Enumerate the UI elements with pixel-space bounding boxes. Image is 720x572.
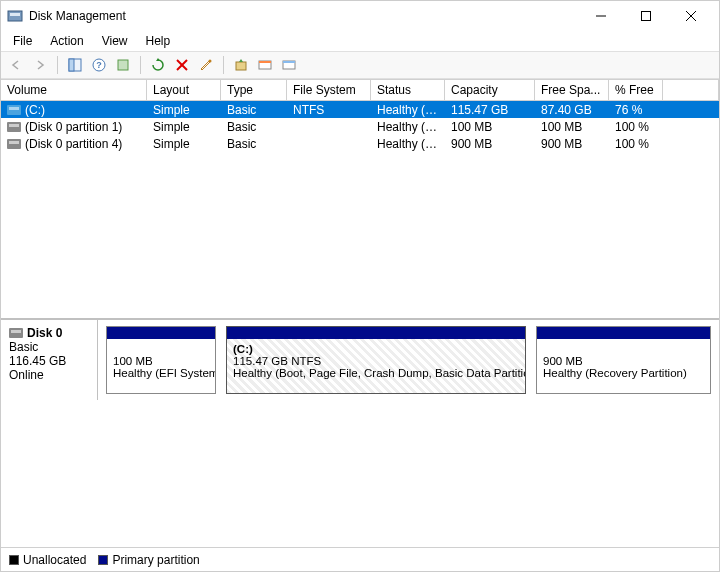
show-hide-console-tree-button[interactable]: [64, 54, 86, 76]
column-capacity[interactable]: Capacity: [445, 80, 535, 100]
disk-graphical-view: Disk 0 Basic 116.45 GB Online 100 MBHeal…: [1, 318, 719, 400]
window-controls: [578, 1, 713, 31]
volume-type: Basic: [221, 102, 287, 118]
disk-type: Basic: [9, 340, 89, 354]
disk-size: 116.45 GB: [9, 354, 89, 368]
table-row[interactable]: (C:)SimpleBasicNTFSHealthy (B...115.47 G…: [1, 101, 719, 118]
svg-rect-10: [118, 60, 128, 70]
column-type[interactable]: Type: [221, 80, 287, 100]
partition-block[interactable]: 900 MBHealthy (Recovery Partition): [536, 326, 711, 394]
volume-layout: Simple: [147, 136, 221, 152]
volume-status: Healthy (B...: [371, 102, 445, 118]
legend: Unallocated Primary partition: [1, 547, 719, 571]
window-title: Disk Management: [29, 9, 578, 23]
volume-type: Basic: [221, 136, 287, 152]
toolbar-button-b[interactable]: [230, 54, 252, 76]
disk-label-panel[interactable]: Disk 0 Basic 116.45 GB Online: [1, 320, 98, 400]
maximize-button[interactable]: [623, 1, 668, 31]
titlebar: Disk Management: [1, 1, 719, 31]
toolbar-separator: [223, 56, 224, 74]
volume-free: 87.40 GB: [535, 102, 609, 118]
partition-block[interactable]: (C:)115.47 GB NTFSHealthy (Boot, Page Fi…: [226, 326, 526, 394]
partition-body: 900 MBHealthy (Recovery Partition): [537, 339, 710, 393]
menu-view[interactable]: View: [94, 32, 136, 50]
back-button[interactable]: [5, 54, 27, 76]
delete-button[interactable]: [171, 54, 193, 76]
column-spacer: [663, 80, 719, 100]
forward-button[interactable]: [29, 54, 51, 76]
partition-stripe: [107, 327, 215, 339]
partition-block[interactable]: 100 MBHealthy (EFI System P: [106, 326, 216, 394]
menu-action[interactable]: Action: [42, 32, 91, 50]
drive-icon: [7, 122, 21, 132]
column-status[interactable]: Status: [371, 80, 445, 100]
table-row[interactable]: (Disk 0 partition 4)SimpleBasicHealthy (…: [1, 135, 719, 152]
volume-layout: Simple: [147, 119, 221, 135]
help-button[interactable]: ?: [88, 54, 110, 76]
volume-free: 100 MB: [535, 119, 609, 135]
volume-name: (Disk 0 partition 1): [25, 120, 122, 134]
svg-rect-3: [641, 12, 650, 21]
column-volume[interactable]: Volume: [1, 80, 147, 100]
volume-pct: 100 %: [609, 136, 663, 152]
column-layout[interactable]: Layout: [147, 80, 221, 100]
drive-icon: [7, 139, 21, 149]
volume-fs: [287, 126, 371, 128]
volume-table-body: (C:)SimpleBasicNTFSHealthy (B...115.47 G…: [1, 101, 719, 318]
disk-partitions: 100 MBHealthy (EFI System P(C:)115.47 GB…: [98, 320, 719, 400]
column-pct-free[interactable]: % Free: [609, 80, 663, 100]
svg-rect-1: [10, 13, 20, 16]
svg-rect-7: [69, 59, 74, 71]
legend-primary: Primary partition: [98, 553, 199, 567]
volume-status: Healthy (R...: [371, 136, 445, 152]
app-icon: [7, 8, 23, 24]
close-button[interactable]: [668, 1, 713, 31]
table-row[interactable]: (Disk 0 partition 1)SimpleBasicHealthy (…: [1, 118, 719, 135]
minimize-button[interactable]: [578, 1, 623, 31]
disk-name: Disk 0: [27, 326, 62, 340]
volume-pct: 100 %: [609, 119, 663, 135]
column-free-space[interactable]: Free Spa...: [535, 80, 609, 100]
volume-name: (Disk 0 partition 4): [25, 137, 122, 151]
partition-stripe: [227, 327, 525, 339]
menu-help[interactable]: Help: [138, 32, 179, 50]
refresh-button[interactable]: [147, 54, 169, 76]
volume-fs: NTFS: [287, 102, 371, 118]
volume-free: 900 MB: [535, 136, 609, 152]
volume-name: (C:): [25, 103, 45, 117]
svg-rect-18: [283, 61, 295, 63]
toolbar-button-a[interactable]: [112, 54, 134, 76]
partition-stripe: [537, 327, 710, 339]
menu-file[interactable]: File: [5, 32, 40, 50]
volume-fs: [287, 143, 371, 145]
volume-layout: Simple: [147, 102, 221, 118]
volume-capacity: 100 MB: [445, 119, 535, 135]
menubar: File Action View Help: [1, 31, 719, 51]
volume-table-header: Volume Layout Type File System Status Ca…: [1, 79, 719, 101]
drive-icon: [7, 105, 21, 115]
toolbar: ?: [1, 51, 719, 79]
toolbar-button-c[interactable]: [254, 54, 276, 76]
legend-unallocated: Unallocated: [9, 553, 86, 567]
partition-body: (C:)115.47 GB NTFSHealthy (Boot, Page Fi…: [227, 339, 525, 393]
properties-button[interactable]: [195, 54, 217, 76]
volume-status: Healthy (E...: [371, 119, 445, 135]
svg-rect-14: [236, 62, 246, 70]
svg-point-13: [209, 60, 212, 63]
toolbar-separator: [57, 56, 58, 74]
volume-capacity: 900 MB: [445, 136, 535, 152]
column-filesystem[interactable]: File System: [287, 80, 371, 100]
disk-status: Online: [9, 368, 89, 382]
partition-body: 100 MBHealthy (EFI System P: [107, 339, 215, 393]
volume-type: Basic: [221, 119, 287, 135]
volume-capacity: 115.47 GB: [445, 102, 535, 118]
disk-icon: [9, 328, 23, 338]
svg-text:?: ?: [96, 60, 102, 70]
volume-pct: 76 %: [609, 102, 663, 118]
toolbar-button-d[interactable]: [278, 54, 300, 76]
svg-rect-16: [259, 61, 271, 63]
toolbar-separator: [140, 56, 141, 74]
